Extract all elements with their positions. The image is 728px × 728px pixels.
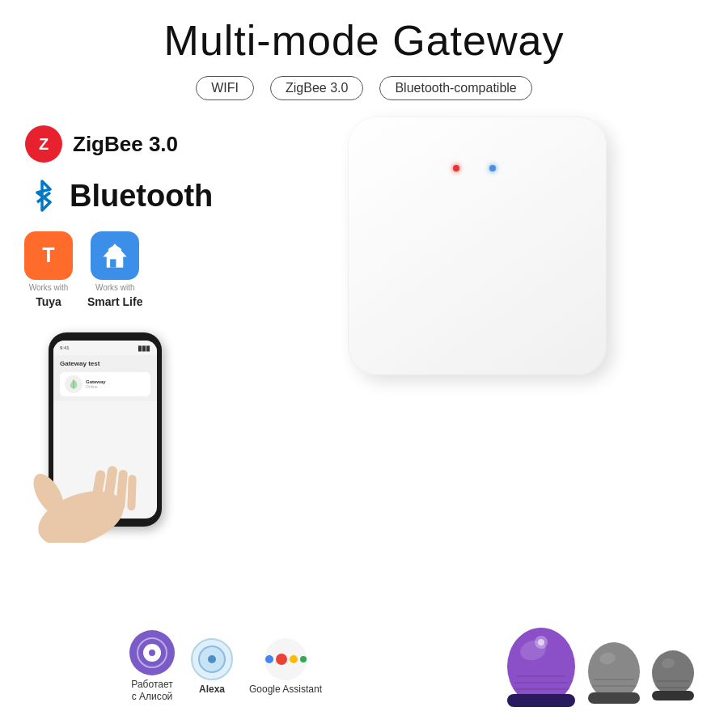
svg-text:Z: Z [39,135,49,153]
phone-screen-title: Gateway test [60,360,150,367]
svg-rect-13 [507,694,575,707]
alice-label: Работает с Алисой [131,679,172,704]
svg-rect-10 [127,475,137,510]
app-icons-row: T Works with Tuya [24,231,218,308]
svg-rect-26 [652,691,694,700]
purple-speaker [505,628,578,712]
svg-point-15 [538,639,544,645]
svg-point-19 [588,642,640,700]
small-dark-speaker-1 [586,642,642,710]
tiny-dark-speaker-svg [650,650,696,702]
google-label: Google Assistant [249,684,322,695]
phone-mockup: 9:41 ▉▉▉ Gateway test [40,332,170,535]
phone-screen-content: Gateway test Gateway Online [53,355,157,401]
led-red [453,165,459,171]
phone-status-bar: 9:41 ▉▉▉ [53,341,157,355]
svg-rect-21 [588,692,640,704]
alexa-block: Alexa [191,638,233,695]
right-panel [243,108,728,551]
left-panel: Z ZigBee 3.0 Bluetooth [0,108,243,551]
bluetooth-feature-row: Bluetooth [24,178,218,214]
small-dark-speaker-2 [650,650,696,705]
tuya-works-with-label: Works with [29,283,69,292]
tuya-icon: T [24,231,73,280]
svg-point-24 [652,650,694,696]
alexa-label: Alexa [199,684,225,695]
speakers-area [505,628,696,712]
bluetooth-label: Bluetooth [70,179,213,214]
svg-text:T: T [42,243,55,266]
wifi-badge: WIFI [196,76,254,100]
title-section: Multi-mode Gateway [0,0,728,65]
purple-speaker-svg [505,628,578,709]
device-image [348,116,607,375]
hand-svg [24,397,170,543]
bluetooth-icon [24,178,60,214]
google-assistant-block: Google Assistant [249,638,322,695]
small-dark-speaker-svg [586,642,642,707]
zigbee-label: ZigBee 3.0 [73,132,178,157]
tuya-name-label: Tuya [36,295,61,308]
bottom-assistants-area: Работает с Алисой Alexa Google Assist [129,630,322,704]
alexa-icon [191,638,233,680]
alice-icon [129,630,175,675]
badges-row: WIFI ZigBee 3.0 Bluetooth-compatible [0,76,728,100]
smartlife-name-label: Smart Life [87,295,142,308]
page-container: Multi-mode Gateway WIFI ZigBee 3.0 Bluet… [0,0,728,728]
zigbee-badge: ZigBee 3.0 [270,76,363,100]
svg-rect-4 [110,259,116,267]
bluetooth-badge: Bluetooth-compatible [379,76,531,100]
main-content: Z ZigBee 3.0 Bluetooth [0,108,728,551]
smartlife-app-block: Works with Smart Life [87,231,142,308]
alice-block: Работает с Алисой [129,630,175,704]
zigbee-feature-row: Z ZigBee 3.0 [24,125,218,163]
zigbee-icon: Z [24,125,63,163]
google-assistant-icon [265,638,307,680]
tuya-app-block: T Works with Tuya [24,231,73,308]
led-blue [489,165,496,171]
smartlife-works-with-label: Works with [95,283,135,292]
svg-rect-9 [116,470,128,511]
smartlife-icon [91,231,139,280]
page-title: Multi-mode Gateway [0,16,728,65]
